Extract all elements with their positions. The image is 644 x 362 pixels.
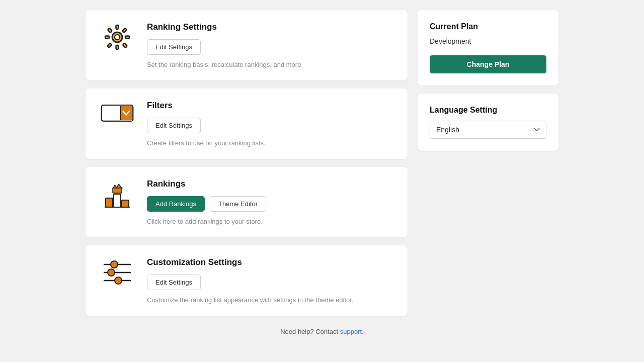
svg-rect-4	[125, 36, 129, 39]
customization-settings-body: Customization Settings Edit Settings Cus…	[147, 257, 393, 304]
filter-icon	[100, 101, 135, 126]
language-setting-card: Language Setting English French German S…	[418, 94, 558, 151]
svg-rect-7	[107, 43, 112, 48]
rankings-desc: Click here to add rankings to your store…	[147, 218, 393, 225]
rankings-buttons: Add Rankings Theme Editor	[147, 196, 393, 212]
filters-title: Filters	[147, 101, 393, 111]
rankings-title: Rankings	[147, 179, 393, 189]
language-select[interactable]: English French German Spanish Japanese	[430, 121, 546, 139]
rankings-card: Rankings Add Rankings Theme Editor Click…	[86, 167, 408, 237]
plan-name: Development	[430, 37, 546, 45]
ranking-settings-icon	[100, 22, 135, 52]
ranking-settings-card: Ranking Settings Edit Settings Set the r…	[86, 10, 408, 80]
edit-settings-ranking-button[interactable]: Edit Settings	[147, 39, 201, 55]
language-setting-title: Language Setting	[430, 106, 546, 115]
filters-card: Filters Edit Settings Create filters to …	[86, 88, 408, 159]
change-plan-button[interactable]: Change Plan	[430, 55, 546, 73]
svg-rect-13	[120, 106, 132, 120]
sliders-icon	[100, 257, 134, 287]
ranking-settings-body: Ranking Settings Edit Settings Set the r…	[147, 22, 393, 68]
svg-rect-8	[123, 43, 127, 48]
svg-rect-6	[122, 28, 127, 33]
svg-point-26	[115, 277, 122, 284]
svg-point-10	[115, 35, 120, 40]
theme-editor-button[interactable]: Theme Editor	[210, 196, 266, 212]
filters-desc: Create filters to use on your ranking li…	[147, 139, 393, 147]
edit-settings-filters-button[interactable]: Edit Settings	[147, 118, 201, 133]
right-column: Current Plan Development Change Plan Lan…	[418, 10, 558, 316]
customization-settings-icon	[100, 257, 135, 287]
customization-settings-card: Customization Settings Edit Settings Cus…	[86, 245, 408, 316]
footer: Need help? Contact support.	[280, 328, 364, 335]
filters-body: Filters Edit Settings Create filters to …	[147, 101, 393, 147]
svg-rect-19	[122, 200, 129, 207]
ranking-settings-desc: Set the ranking basis, recalculate ranki…	[147, 61, 393, 68]
add-rankings-button[interactable]: Add Rankings	[147, 196, 205, 212]
svg-rect-17	[114, 194, 121, 207]
gear-icon	[102, 22, 132, 52]
rankings-body: Rankings Add Rankings Theme Editor Click…	[147, 179, 393, 225]
svg-rect-16	[113, 188, 122, 193]
svg-rect-5	[108, 28, 112, 33]
current-plan-card: Current Plan Development Change Plan	[418, 10, 558, 85]
filters-icon	[100, 101, 135, 126]
svg-rect-2	[116, 45, 119, 49]
ranking-settings-title: Ranking Settings	[147, 22, 393, 32]
left-column: Ranking Settings Edit Settings Set the r…	[86, 10, 408, 316]
support-link[interactable]: support	[340, 328, 362, 335]
rankings-icon	[100, 179, 135, 214]
customization-settings-title: Customization Settings	[147, 257, 393, 267]
svg-rect-18	[106, 198, 113, 207]
customization-settings-desc: Customize the ranking list appearance wi…	[147, 296, 393, 304]
rankings-podium-icon	[100, 179, 135, 214]
edit-settings-custom-button[interactable]: Edit Settings	[147, 275, 201, 290]
footer-text: Need help? Contact	[280, 328, 338, 335]
svg-point-24	[108, 269, 115, 276]
svg-marker-15	[113, 184, 122, 188]
svg-rect-12	[103, 106, 120, 120]
svg-rect-1	[116, 25, 119, 29]
current-plan-title: Current Plan	[430, 22, 546, 31]
svg-point-22	[111, 261, 118, 268]
svg-rect-3	[105, 36, 109, 39]
